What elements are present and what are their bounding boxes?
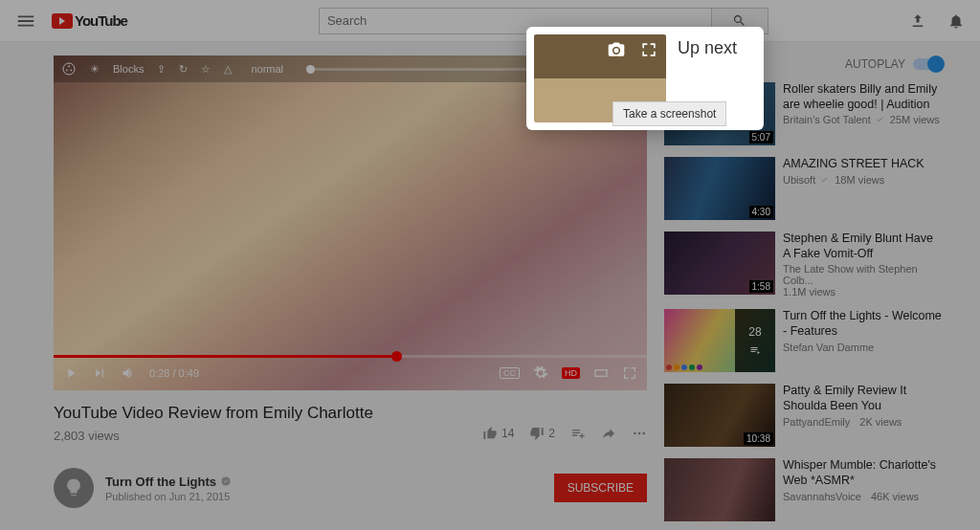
svg-point-3 xyxy=(638,432,641,435)
popup-label: Up next xyxy=(678,38,737,58)
svg-point-4 xyxy=(642,432,645,435)
playlist-icon xyxy=(747,344,763,356)
svg-point-2 xyxy=(634,432,636,435)
color-dots xyxy=(666,364,702,370)
svg-rect-1 xyxy=(595,370,607,377)
mode-label[interactable]: normal xyxy=(251,63,283,75)
bell-icon[interactable] xyxy=(947,12,965,30)
next-button[interactable] xyxy=(92,365,107,381)
item-channel: PattyandEmily2K views xyxy=(783,416,942,428)
verified-icon xyxy=(875,114,886,125)
list-item[interactable]: 4:30 AMAZING STREET HACK Ubisoft18M view… xyxy=(664,157,942,220)
svg-point-0 xyxy=(63,63,75,75)
search-icon xyxy=(732,13,746,28)
logo-text: YouTube xyxy=(75,12,127,29)
item-channel: SavannahsVoice46K views xyxy=(783,491,942,502)
screenshot-tooltip: Take a screenshot xyxy=(612,101,726,126)
item-title: Turn Off the Lights - Welcome - Features xyxy=(783,309,942,339)
item-channel: Britain's Got Talent25M views xyxy=(783,114,942,125)
item-title: AMAZING STREET HACK xyxy=(783,157,924,172)
item-title: Stephen & Emily Blunt Have A Fake Vomit-… xyxy=(783,232,942,261)
item-channel: The Late Show with Stephen Colb... xyxy=(783,263,942,286)
list-item[interactable]: 1:58 Stephen & Emily Blunt Have A Fake V… xyxy=(664,232,942,298)
queue-count: 28 xyxy=(748,325,761,339)
screenshot-popup: Up next Take a screenshot xyxy=(526,27,764,130)
verified-icon xyxy=(819,174,831,186)
channel-row: Turn Off the Lights Published on Jun 21,… xyxy=(54,468,647,508)
duration-badge: 10:38 xyxy=(744,432,773,445)
video-title: YouTube Video Review from Emily Charlott… xyxy=(54,404,647,423)
list-item[interactable]: 28 Turn Off the Lights - Welcome - Featu… xyxy=(664,309,942,372)
app-header: YouTube xyxy=(0,0,980,42)
star-icon[interactable]: ☆ xyxy=(201,63,211,76)
loop-icon[interactable]: ↻ xyxy=(179,63,188,76)
duration-badge: 4:30 xyxy=(749,206,773,218)
channel-avatar[interactable] xyxy=(54,468,94,508)
list-item[interactable]: 10:38 Patty & Emily Review It Shoulda Be… xyxy=(664,384,942,447)
thumbs-down-icon xyxy=(529,426,545,441)
play-button[interactable] xyxy=(63,365,78,381)
duration-badge: 1:58 xyxy=(749,280,773,293)
camera-icon[interactable] xyxy=(607,40,626,59)
play-icon xyxy=(52,13,73,29)
video-thumbnail: 4:30 xyxy=(664,157,775,220)
dislike-button[interactable]: 2 xyxy=(529,426,555,441)
item-channel: Ubisoft18M views xyxy=(783,174,924,186)
fullscreen-icon[interactable] xyxy=(622,365,637,381)
expand-icon[interactable] xyxy=(639,40,658,59)
time-display: 0:28 / 0:49 xyxy=(149,367,199,379)
hamburger-icon[interactable] xyxy=(15,11,36,32)
queue-overlay[interactable]: 28 xyxy=(735,309,775,372)
publish-date: Published on Jun 21, 2015 xyxy=(105,491,232,502)
like-button[interactable]: 14 xyxy=(482,426,514,441)
item-title: Patty & Emily Review It Shoulda Been You xyxy=(783,384,942,413)
autoplay-label: AUTOPLAY xyxy=(845,57,905,71)
more-button[interactable] xyxy=(632,426,647,441)
settings-icon[interactable] xyxy=(533,365,548,381)
lightbulb-icon xyxy=(63,477,84,498)
action-row: 14 2 xyxy=(54,426,647,441)
item-channel: Stefan Van Damme xyxy=(783,342,942,353)
cc-button[interactable]: CC xyxy=(500,367,520,379)
video-thumbnail: 1:58 xyxy=(664,232,775,295)
autoplay-toggle[interactable] xyxy=(913,58,942,70)
flask-icon[interactable]: △ xyxy=(224,63,232,76)
verified-icon xyxy=(220,475,232,487)
share-arrow-icon xyxy=(601,426,616,441)
playlist-add-icon xyxy=(570,426,586,441)
video-thumbnail: 10:38 xyxy=(664,384,775,447)
player-controls: 0:28 / 0:49 CC HD xyxy=(54,356,647,390)
hd-badge[interactable]: HD xyxy=(562,367,580,379)
sun-icon[interactable]: ☀ xyxy=(90,63,100,76)
item-title: Roller skaters Billy and Emily are wheel… xyxy=(783,82,942,112)
brand-icon xyxy=(61,61,77,77)
add-to-button[interactable] xyxy=(570,426,586,441)
thumbs-up-icon xyxy=(482,426,498,441)
duration-badge: 5:07 xyxy=(749,131,773,144)
list-item[interactable]: Whisper Mumble: Charlotte's Web *ASMR* S… xyxy=(664,458,942,521)
share-button[interactable] xyxy=(601,426,616,441)
upload-icon[interactable] xyxy=(909,12,926,30)
channel-name[interactable]: Turn Off the Lights xyxy=(105,475,232,489)
item-views: 1.1M views xyxy=(783,286,942,298)
more-horizontal-icon xyxy=(632,426,647,441)
youtube-logo[interactable]: YouTube xyxy=(52,12,127,29)
share-icon[interactable]: ⇪ xyxy=(157,63,166,76)
video-thumbnail xyxy=(664,458,775,521)
video-thumbnail: 28 xyxy=(664,309,775,372)
blocks-label[interactable]: Blocks xyxy=(113,63,144,75)
volume-icon[interactable] xyxy=(121,365,136,381)
subscribe-button[interactable]: SUBSCRIBE xyxy=(554,474,647,502)
theater-icon[interactable] xyxy=(593,365,609,381)
item-title: Whisper Mumble: Charlotte's Web *ASMR* xyxy=(783,458,942,488)
